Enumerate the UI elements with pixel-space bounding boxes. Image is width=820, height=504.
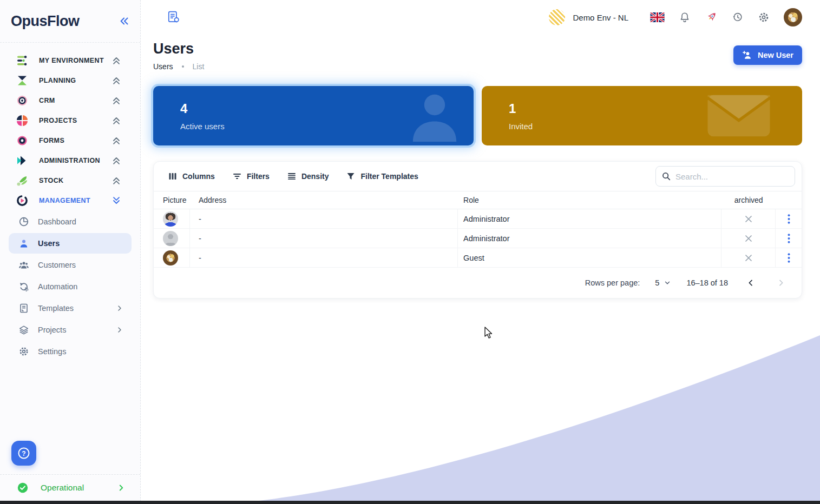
archived-false-icon[interactable] (743, 213, 755, 225)
header-archived[interactable]: archived (721, 191, 776, 209)
columns-button[interactable]: Columns (162, 167, 220, 185)
header-address[interactable]: Address (190, 191, 458, 209)
table-toolbar: Columns Filters Density (154, 162, 802, 191)
sidebar-group-planning[interactable]: PLANNING (9, 70, 132, 90)
sidebar-item-label: Automation (38, 282, 124, 291)
sidebar-group-management[interactable]: MANAGEMENT (9, 190, 132, 210)
rows-per-page-label: Rows per page: (585, 278, 640, 287)
gear-icon (18, 346, 29, 357)
chevron-down-icon (664, 279, 671, 287)
rows-per-page-select[interactable]: 5 (655, 278, 671, 287)
sidebar-group-administration[interactable]: ADMINISTRATION (9, 150, 132, 170)
filter-templates-button[interactable]: Filter Templates (340, 167, 423, 185)
filters-button[interactable]: Filters (227, 167, 275, 185)
sliders-icon (16, 55, 29, 67)
person-add-icon (742, 50, 753, 61)
chevron-double-up-icon[interactable] (111, 115, 122, 126)
person-icon (18, 238, 29, 249)
cell-role: Administrator (458, 209, 721, 228)
sidebar-group-stock[interactable]: STOCK (9, 170, 132, 190)
sidebar-item-customers[interactable]: Customers (9, 255, 132, 275)
columns-icon (168, 171, 178, 181)
cell-address: - (190, 248, 458, 267)
header-role[interactable]: Role (458, 191, 721, 209)
invited-users-card[interactable]: 1 Invited (482, 86, 802, 145)
check-circle-icon (17, 482, 29, 494)
sidebar-item-label: Users (38, 239, 124, 248)
envelope-icon (706, 91, 772, 141)
sidebar-group-crm[interactable]: CRM (9, 90, 132, 110)
pagination-range: 16–18 of 18 (686, 278, 728, 287)
person-icon (403, 90, 466, 142)
sidebar-group-projects[interactable]: PROJECTS (9, 110, 132, 130)
chevron-double-down-icon[interactable] (111, 195, 122, 206)
active-users-card[interactable]: 4 Active users (153, 86, 474, 145)
sidebar-group-label: FORMS (39, 137, 111, 144)
chevron-double-up-icon[interactable] (111, 55, 122, 66)
table-row[interactable]: - Guest (154, 248, 802, 268)
user-avatar (163, 231, 178, 246)
density-button[interactable]: Density (281, 167, 334, 185)
sidebar-item-label: Templates (38, 304, 115, 313)
sidebar-group-my-environment[interactable]: MY ENVIRONMENT (9, 50, 132, 70)
archived-false-icon[interactable] (743, 233, 755, 244)
previous-page-button[interactable] (743, 275, 758, 290)
next-page-button[interactable] (773, 275, 789, 290)
archived-false-icon[interactable] (743, 252, 755, 264)
svg-text:?: ? (22, 450, 25, 457)
automation-icon (18, 281, 29, 292)
cell-address: - (190, 209, 458, 228)
sidebar-item-templates[interactable]: Templates (9, 298, 132, 319)
row-menu-button[interactable] (785, 251, 792, 265)
sidebar-item-users[interactable]: Users (9, 233, 132, 254)
sidebar-item-label: Customers (38, 261, 124, 269)
users-table-card: Columns Filters Density (153, 161, 802, 299)
new-user-button[interactable]: New User (733, 45, 802, 65)
stat-cards: 4 Active users 1 Invited (153, 86, 802, 145)
status-label: Operational (41, 483, 116, 493)
filters-icon (232, 171, 242, 181)
chevron-double-up-icon[interactable] (111, 95, 122, 106)
sidebar-group-forms[interactable]: FORMS (9, 130, 132, 150)
chevron-right-icon (116, 483, 126, 493)
donut-icon (16, 135, 29, 147)
play-circle-icon (16, 195, 29, 207)
sidebar-group-label: MANAGEMENT (39, 197, 111, 204)
new-user-label: New User (758, 51, 793, 59)
chevron-double-up-icon[interactable] (111, 175, 122, 186)
chevron-right-icon (115, 304, 124, 313)
filters-label: Filters (247, 172, 270, 181)
search-input[interactable] (675, 172, 789, 181)
sidebar-collapse-button[interactable] (117, 14, 132, 28)
sidebar-item-dashboard[interactable]: Dashboard (9, 211, 132, 232)
system-status[interactable]: Operational (0, 474, 140, 500)
sidebar-item-label: Settings (38, 347, 124, 356)
chevron-double-up-icon[interactable] (111, 75, 122, 86)
sidebar-group-label: ADMINISTRATION (39, 157, 111, 164)
document-icon (18, 303, 29, 314)
sidebar-item-projects[interactable]: Projects (9, 320, 132, 340)
sidebar-group-label: CRM (39, 97, 111, 104)
pagination: Rows per page: 5 16–18 of 18 (154, 268, 802, 298)
chevron-double-up-icon[interactable] (111, 155, 122, 166)
help-button[interactable]: ? (11, 441, 36, 466)
table-row[interactable]: - Administrator (154, 229, 802, 248)
cell-role: Administrator (458, 229, 721, 248)
table-row[interactable]: - Administrator (154, 209, 802, 229)
sidebar-item-automation[interactable]: Automation (9, 276, 132, 297)
row-menu-button[interactable] (785, 212, 792, 226)
sidebar-item-settings[interactable]: Settings (9, 341, 132, 362)
search-icon (661, 171, 671, 181)
header-picture[interactable]: Picture (154, 191, 190, 209)
filter-templates-label: Filter Templates (360, 172, 418, 181)
layers-icon (18, 324, 29, 335)
leaf-icon (16, 175, 29, 187)
sidebar-item-label: Projects (38, 326, 115, 334)
chevron-right-icon (115, 326, 124, 334)
user-avatar (163, 250, 178, 266)
chevron-double-up-icon[interactable] (111, 135, 122, 146)
row-menu-button[interactable] (785, 231, 792, 246)
sidebar-group-label: PLANNING (39, 77, 111, 84)
user-avatar (163, 211, 178, 227)
breadcrumb-users[interactable]: Users (153, 62, 173, 71)
